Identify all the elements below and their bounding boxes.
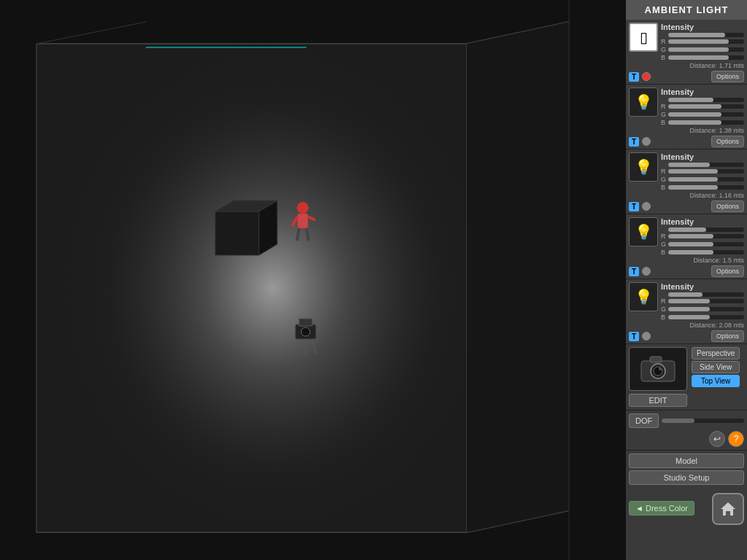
t-button-2[interactable]: T: [629, 137, 639, 147]
status-indicator-3: [642, 202, 651, 211]
r-letter-5: R: [661, 298, 667, 305]
bottom-buttons: Model Studio Setup: [626, 451, 747, 490]
r-letter-1: R: [661, 38, 667, 45]
distance-1: Distance: 1.71 mts: [661, 62, 744, 69]
g-slider-2[interactable]: [668, 112, 744, 117]
r-letter-2: R: [661, 103, 667, 110]
options-button-4[interactable]: Options: [711, 265, 744, 277]
light-thumb-1: ▯: [629, 23, 658, 52]
options-button-3[interactable]: Options: [711, 201, 744, 212]
distance-2: Distance: 1.38 mts: [661, 127, 744, 134]
dof-button[interactable]: DOF: [629, 413, 659, 428]
light-entry-3: 💡 Intensity R: [626, 149, 747, 214]
light-entry-2: 💡 Intensity R: [626, 85, 747, 149]
g-slider-1[interactable]: [668, 47, 744, 52]
model-button[interactable]: Model: [629, 454, 744, 468]
options-button-5[interactable]: Options: [711, 330, 744, 342]
b-letter-1: B: [661, 54, 667, 61]
edit-button[interactable]: EDIT: [629, 394, 687, 407]
dof-slider[interactable]: [662, 419, 744, 423]
b-slider-2[interactable]: [668, 120, 744, 125]
options-button-2[interactable]: Options: [711, 136, 744, 147]
light-card-icon: ▯: [640, 28, 648, 46]
undo-button[interactable]: ↩: [709, 431, 725, 447]
studio-setup-button[interactable]: Studio Setup: [629, 470, 744, 485]
g-letter-5: G: [661, 306, 667, 313]
light-thumb-3: 💡: [629, 152, 658, 182]
bottom-row-final: ◄ Dress Color: [626, 490, 747, 528]
status-indicator-1: [642, 72, 651, 81]
r-slider-4[interactable]: [668, 234, 744, 238]
panel-header: AMBIENT LIGHT: [626, 0, 747, 20]
intensity-slider-3[interactable]: [668, 163, 744, 167]
intensity-slider-2[interactable]: [668, 98, 744, 102]
distance-5: Distance: 2.08 mts: [661, 322, 744, 329]
light-controls-3: Intensity R G: [661, 152, 744, 199]
g-slider-4[interactable]: [668, 242, 744, 246]
t-button-4[interactable]: T: [629, 267, 639, 276]
svg-rect-18: [298, 214, 308, 228]
g-slider-3[interactable]: [668, 177, 744, 182]
scene-canvas[interactable]: [0, 0, 626, 560]
svg-marker-12: [467, 22, 569, 532]
svg-point-34: [659, 368, 662, 370]
right-panel: AMBIENT LIGHT ▯ Intensity: [626, 0, 747, 560]
lights-container: ▯ Intensity R: [626, 20, 747, 344]
light-controls-2: Intensity R G: [661, 88, 744, 134]
svg-point-17: [297, 202, 309, 214]
options-button-1[interactable]: Options: [711, 71, 744, 82]
b-slider-5[interactable]: [668, 315, 744, 319]
perspective-button[interactable]: Perspective: [692, 347, 740, 359]
b-letter-4: B: [661, 249, 667, 256]
home-button[interactable]: [712, 493, 744, 525]
t-button-1[interactable]: T: [629, 72, 639, 82]
b-slider-4[interactable]: [668, 250, 744, 254]
g-letter-2: G: [661, 111, 667, 118]
b-letter-5: B: [661, 314, 667, 321]
bulb-icon-4: 💡: [635, 223, 653, 241]
camera-section: EDIT Perspective Side View Top View: [626, 344, 747, 411]
top-view-button[interactable]: Top View: [692, 375, 740, 387]
dress-color-button[interactable]: ◄ Dress Color: [629, 501, 694, 516]
g-letter-3: G: [661, 176, 667, 183]
t-button-5[interactable]: T: [629, 332, 639, 341]
light-entry-1: ▯ Intensity R: [626, 20, 747, 85]
status-indicator-5: [642, 332, 651, 341]
light-controls-5: Intensity R G: [661, 282, 744, 329]
intensity-label-4: Intensity: [661, 217, 744, 226]
camera-svg: [640, 355, 676, 383]
svg-point-28: [301, 327, 310, 336]
b-slider-3[interactable]: [668, 185, 744, 190]
intensity-slider-1[interactable]: [668, 33, 744, 37]
r-slider-3[interactable]: [668, 169, 744, 174]
status-indicator-2: [642, 137, 651, 146]
r-slider-2[interactable]: [668, 104, 744, 109]
light-entry-4: 💡 Intensity R: [626, 214, 747, 279]
intensity-slider-4[interactable]: [668, 228, 744, 232]
intensity-label-5: Intensity: [661, 282, 744, 291]
bulb-icon-5: 💡: [635, 288, 653, 306]
bulb-icon-3: 💡: [635, 158, 653, 176]
r-slider-5[interactable]: [668, 299, 744, 303]
intensity-slider-5[interactable]: [668, 292, 744, 297]
b-letter-2: B: [661, 119, 667, 126]
svg-marker-35: [721, 502, 735, 516]
svg-rect-13: [36, 44, 467, 532]
g-slider-5[interactable]: [668, 307, 744, 311]
light-thumb-4: 💡: [629, 217, 658, 246]
intensity-label-1: Intensity: [661, 23, 744, 31]
side-view-button[interactable]: Side View: [692, 361, 740, 373]
view-buttons: Perspective Side View Top View: [692, 347, 740, 387]
light-thumb-2: 💡: [629, 88, 658, 117]
b-slider-1[interactable]: [668, 55, 744, 60]
help-button[interactable]: ?: [728, 431, 744, 447]
light-controls-4: Intensity R G: [661, 217, 744, 264]
svg-rect-31: [650, 357, 662, 362]
svg-rect-24: [299, 319, 312, 326]
r-slider-1[interactable]: [668, 39, 744, 44]
bulb-icon-2: 💡: [635, 93, 653, 111]
b-letter-3: B: [661, 184, 667, 191]
light-entry-5: 💡 Intensity R: [626, 279, 747, 344]
t-button-3[interactable]: T: [629, 202, 639, 211]
svg-marker-14: [215, 211, 259, 255]
